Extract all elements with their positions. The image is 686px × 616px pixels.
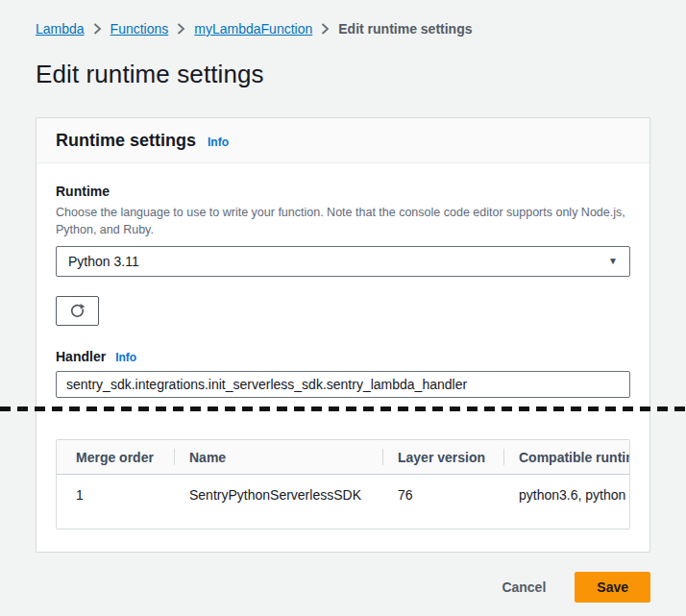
runtime-label: Runtime (56, 184, 110, 199)
runtime-settings-info-link[interactable]: Info (208, 136, 229, 149)
column-header-name: Name (174, 440, 382, 475)
handler-info-link[interactable]: Info (115, 351, 136, 364)
breadcrumb-link-functions[interactable]: Functions (110, 21, 169, 37)
page-title: Edit runtime settings (36, 60, 650, 89)
handler-field: Handler Info (56, 349, 630, 398)
cancel-button[interactable]: Cancel (500, 574, 548, 601)
card-body: Runtime Choose the language to use to wr… (37, 163, 649, 552)
cell-compatible-runtimes: python3.6, python (503, 475, 629, 530)
runtime-select[interactable]: Python 3.11 ▼ (56, 246, 630, 277)
breadcrumb-separator-icon (93, 23, 102, 35)
cell-layer-version: 76 (382, 475, 503, 530)
column-header-compatible-runtimes: Compatible runtimes (503, 440, 629, 475)
table-header-row: Merge order Name Layer version Compatibl… (57, 440, 629, 475)
breadcrumb-link-lambda[interactable]: Lambda (36, 21, 85, 37)
card-header: Runtime settings Info (37, 118, 649, 163)
cell-name: SentryPythonServerlessSDK (174, 475, 382, 530)
column-header-layer-version: Layer version (382, 440, 503, 475)
cell-merge-order: 1 (57, 475, 174, 530)
handler-label: Handler (56, 349, 106, 364)
handler-input[interactable] (56, 371, 630, 398)
refresh-runtimes-button[interactable] (56, 296, 99, 326)
runtime-select-value: Python 3.11 (68, 254, 139, 269)
runtime-description: Choose the language to use to write your… (56, 204, 630, 238)
save-button[interactable]: Save (575, 572, 650, 603)
breadcrumb-separator-icon (321, 23, 330, 35)
page: Lambda Functions myLambdaFunction Edit r… (0, 0, 686, 616)
column-header-merge-order: Merge order (57, 440, 174, 475)
screenshot-cut-divider (0, 407, 686, 411)
refresh-icon (69, 303, 86, 319)
runtime-settings-card: Runtime settings Info Runtime Choose the… (36, 117, 650, 553)
card-title: Runtime settings (56, 131, 196, 151)
breadcrumb-link-function-name[interactable]: myLambdaFunction (194, 21, 312, 37)
dropdown-caret-icon: ▼ (608, 257, 618, 266)
table-row: 1 SentryPythonServerlessSDK 76 python3.6… (57, 475, 629, 530)
breadcrumb-separator-icon (177, 23, 185, 35)
runtime-field: Runtime Choose the language to use to wr… (56, 183, 630, 326)
footer-actions: Cancel Save (36, 572, 650, 603)
layers-table: Merge order Name Layer version Compatibl… (56, 439, 630, 530)
breadcrumb-current: Edit runtime settings (338, 21, 472, 37)
breadcrumb: Lambda Functions myLambdaFunction Edit r… (36, 21, 650, 37)
